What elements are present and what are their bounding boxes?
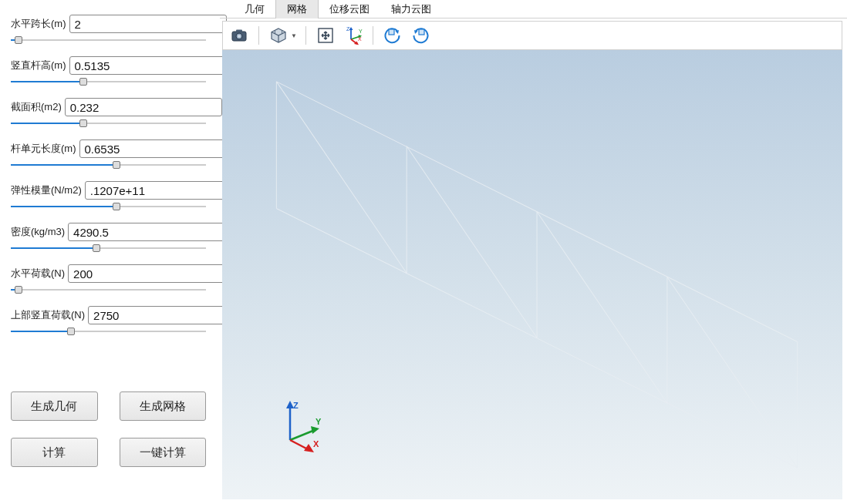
svg-point-3 [238, 35, 241, 38]
calculate-all-button[interactable]: 一键计算 [120, 438, 207, 467]
param-label: 杆单元长度(m) [11, 142, 79, 156]
param-slider-6[interactable] [11, 285, 206, 294]
view-mode-dropdown[interactable]: ▼ [290, 24, 298, 47]
axes-icon: Z Y X [343, 25, 363, 45]
tab-bar: 几何网格位移云图轴力云图 [220, 0, 847, 18]
param-input-2[interactable] [65, 98, 222, 116]
param-input-1[interactable] [69, 56, 227, 75]
param-label: 截面积(m2) [11, 100, 65, 114]
cube-icon [269, 26, 288, 45]
rotate-ccw-button[interactable] [381, 24, 404, 47]
svg-rect-18 [389, 29, 394, 35]
svg-rect-1 [236, 30, 242, 32]
svg-line-29 [537, 212, 667, 404]
screenshot-button[interactable] [228, 24, 251, 47]
generate-geometry-button[interactable]: 生成几何 [11, 391, 98, 421]
axes-toggle-button[interactable]: Z Y X [342, 24, 365, 47]
svg-line-34 [290, 430, 315, 440]
camera-icon [230, 26, 248, 45]
generate-mesh-button[interactable]: 生成网格 [120, 391, 207, 421]
param-slider-4[interactable] [11, 202, 206, 211]
svg-marker-19 [396, 30, 400, 34]
param-input-5[interactable] [68, 223, 225, 241]
viewport-toolbar: ▼ Z Y X [222, 21, 842, 50]
svg-line-27 [276, 82, 407, 274]
param-input-3[interactable] [79, 139, 237, 158]
svg-rect-20 [419, 29, 424, 35]
svg-marker-21 [414, 30, 418, 34]
param-label: 密度(kg/m3) [11, 225, 68, 239]
rotate-cw-icon [411, 26, 430, 45]
svg-text:X: X [313, 439, 319, 449]
param-label: 水平荷载(N) [11, 267, 68, 281]
param-slider-2[interactable] [11, 119, 206, 128]
calculate-button[interactable]: 计算 [11, 438, 98, 467]
sidebar: 水平跨长(m)竖直杆高(m)截面积(m2)杆单元长度(m)弹性模量(N/m2)密… [0, 0, 220, 504]
fit-view-button[interactable] [314, 24, 337, 47]
rotate-cw-button[interactable] [409, 24, 432, 47]
param-label: 弹性模量(N/m2) [11, 183, 85, 197]
param-label: 上部竖直荷载(N) [11, 308, 88, 322]
rotate-ccw-icon [383, 26, 402, 45]
svg-text:Y: Y [359, 29, 363, 34]
svg-text:Z: Z [346, 26, 350, 32]
svg-line-28 [407, 146, 537, 338]
param-slider-7[interactable] [11, 327, 206, 336]
expand-icon [316, 26, 335, 45]
param-label: 水平跨长(m) [11, 17, 69, 31]
param-slider-1[interactable] [11, 77, 206, 86]
param-label: 竖直杆高(m) [11, 59, 69, 72]
orientation-triad: Z Y X [275, 398, 330, 453]
svg-text:X: X [358, 36, 362, 42]
param-input-0[interactable] [69, 15, 227, 33]
tab-0[interactable]: 几何 [234, 0, 275, 18]
viewport-3d[interactable]: Z Y X [222, 50, 842, 499]
svg-line-30 [667, 277, 798, 469]
view-mode-button[interactable] [267, 24, 290, 47]
main-panel: 几何网格位移云图轴力云图 ▼ [220, 0, 847, 504]
tab-1[interactable]: 网格 [275, 0, 319, 18]
svg-text:Z: Z [293, 401, 299, 410]
tab-3[interactable]: 轴力云图 [380, 0, 442, 18]
param-slider-5[interactable] [11, 244, 206, 253]
param-slider-0[interactable] [11, 35, 206, 45]
svg-text:Y: Y [316, 417, 322, 426]
param-slider-3[interactable] [11, 160, 206, 170]
param-input-4[interactable] [85, 181, 242, 200]
tab-2[interactable]: 位移云图 [319, 0, 380, 18]
param-input-6[interactable] [68, 264, 225, 283]
svg-marker-35 [311, 426, 319, 434]
